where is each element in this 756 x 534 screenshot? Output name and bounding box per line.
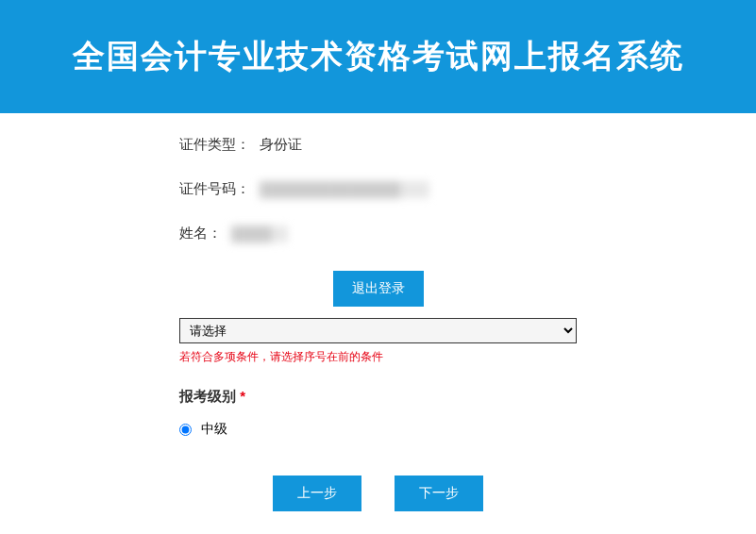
id-number-label: 证件号码： bbox=[179, 180, 250, 198]
exam-level-text: 报考级别 bbox=[179, 388, 236, 404]
id-type-value: 身份证 bbox=[260, 136, 302, 154]
name-value: ████ bbox=[231, 225, 288, 242]
exam-level-option-row: 中级 bbox=[179, 421, 577, 438]
id-number-row: 证件号码： ██████████████ bbox=[179, 180, 577, 198]
logout-button[interactable]: 退出登录 bbox=[333, 271, 424, 307]
page-title: 全国会计专业技术资格考试网上报名系统 bbox=[73, 35, 684, 78]
condition-select-wrapper: 请选择 bbox=[179, 318, 577, 343]
nav-buttons: 上一步 下一步 bbox=[179, 476, 577, 511]
id-type-row: 证件类型： 身份证 bbox=[179, 136, 577, 154]
name-label: 姓名： bbox=[179, 225, 222, 242]
exam-level-label: 报考级别 * bbox=[179, 388, 577, 406]
exam-level-option-label: 中级 bbox=[201, 421, 227, 438]
id-type-label: 证件类型： bbox=[179, 136, 250, 154]
next-button[interactable]: 下一步 bbox=[395, 476, 483, 511]
id-number-value: ██████████████ bbox=[260, 181, 429, 198]
prev-button[interactable]: 上一步 bbox=[273, 476, 361, 511]
condition-hint: 若符合多项条件，请选择序号在前的条件 bbox=[179, 349, 577, 365]
condition-select[interactable]: 请选择 bbox=[179, 318, 577, 343]
required-star: * bbox=[240, 388, 245, 404]
page-header: 全国会计专业技术资格考试网上报名系统 bbox=[0, 0, 756, 113]
exam-level-radio[interactable] bbox=[179, 424, 192, 436]
logout-wrapper: 退出登录 bbox=[179, 271, 577, 307]
name-row: 姓名： ████ bbox=[179, 225, 577, 242]
form-content: 证件类型： 身份证 证件号码： ██████████████ 姓名： ████ … bbox=[0, 136, 756, 511]
